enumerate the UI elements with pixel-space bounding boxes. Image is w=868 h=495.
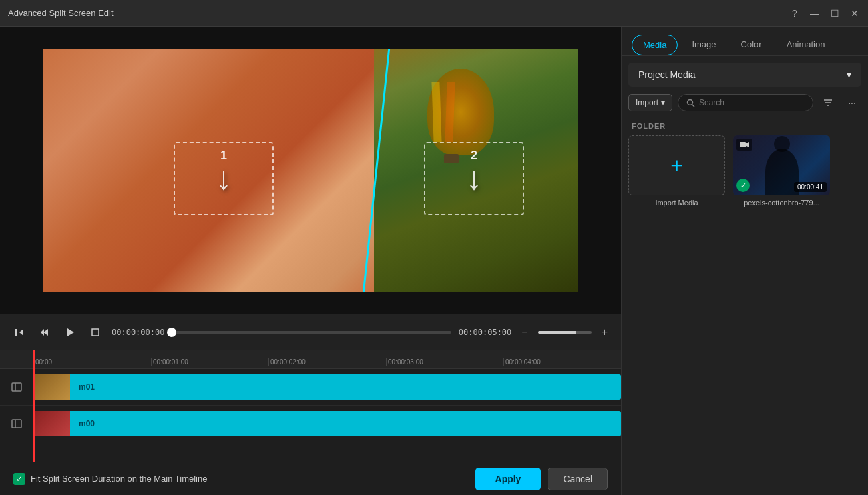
- folder-label: FOLDER: [622, 119, 868, 135]
- svg-rect-1: [15, 329, 17, 336]
- fit-check-area: ✓ Fit Split Screen Duration on the Main …: [13, 473, 207, 485]
- cancel-button[interactable]: Cancel: [548, 468, 608, 490]
- progress-indicator[interactable]: [167, 328, 176, 337]
- drop-arrow-1: ↓: [216, 160, 232, 197]
- time-start: 00:00:00:00: [112, 328, 165, 337]
- timeline-ruler: 00:00 00:00:01:00 00:00:02:00 00:00:03:0…: [0, 350, 621, 369]
- track-label-1: m01: [79, 382, 95, 392]
- search-box: [678, 94, 813, 111]
- import-plus-icon: +: [670, 153, 683, 178]
- tab-media[interactable]: Media: [632, 35, 678, 55]
- track-clip-1[interactable]: m01: [33, 374, 621, 400]
- playback-bar: 00:00:00:00 00:00:05:00 − +: [0, 314, 621, 350]
- drop-zone-2[interactable]: 2 ↓: [424, 142, 524, 215]
- zoom-in-button[interactable]: +: [598, 324, 611, 340]
- svg-rect-5: [92, 329, 99, 336]
- app-title: Advanced Split Screen Edit: [8, 8, 114, 18]
- frame-back-button[interactable]: [35, 323, 54, 342]
- video-media-thumb: 00:00:41 ✓: [733, 135, 830, 195]
- tab-image[interactable]: Image: [681, 35, 726, 55]
- svg-marker-2: [43, 329, 48, 336]
- track-icon-2: [0, 418, 33, 430]
- progress-bar[interactable]: [172, 331, 451, 334]
- tab-color[interactable]: Color: [730, 35, 773, 55]
- track-row-empty: [0, 442, 621, 462]
- window-controls: ? — ☐ ✕: [789, 8, 860, 19]
- track-icon-1: [0, 381, 33, 393]
- drop-zone-1[interactable]: 1 ↓: [174, 142, 274, 215]
- drop-number-1: 1: [220, 149, 227, 163]
- svg-rect-6: [12, 383, 21, 391]
- video-media-item[interactable]: 00:00:41 ✓ pexels-cottonbro-779...: [733, 135, 830, 207]
- import-media-item[interactable]: + Import Media: [628, 135, 725, 207]
- track-thumbnail-1: [33, 374, 70, 400]
- svg-marker-3: [41, 329, 44, 336]
- time-end: 00:00:05:00: [458, 328, 511, 337]
- minimize-button[interactable]: —: [809, 8, 820, 19]
- track-thumbnail-2: [33, 411, 70, 436]
- import-media-thumb: +: [628, 135, 725, 195]
- track-row-2: m00: [0, 406, 621, 442]
- close-button[interactable]: ✕: [849, 8, 860, 19]
- main-layout: 1 ↓ 2 ↓: [0, 27, 868, 495]
- project-media-dropdown[interactable]: Project Media ▾: [628, 63, 861, 87]
- apply-button[interactable]: Apply: [475, 468, 541, 490]
- chevron-down-icon: ▾: [847, 69, 851, 80]
- fit-label: Fit Split Screen Duration on the Main Ti…: [31, 474, 207, 484]
- play-button[interactable]: [61, 323, 79, 342]
- right-panel: Media Image Color Animation Project Medi…: [621, 27, 868, 495]
- drop-number-2: 2: [471, 149, 477, 163]
- drop-arrow-2: ↓: [466, 160, 482, 197]
- maximize-button[interactable]: ☐: [829, 8, 840, 19]
- bottom-actions: Apply Cancel: [475, 468, 608, 490]
- import-button[interactable]: Import ▾: [628, 94, 672, 111]
- fit-checkbox[interactable]: ✓: [13, 473, 25, 485]
- video-duration: 00:00:41: [794, 182, 827, 192]
- fullscreen-button[interactable]: [86, 323, 105, 342]
- bottom-bar: ✓ Fit Split Screen Duration on the Main …: [0, 462, 621, 495]
- step-back-button[interactable]: [10, 323, 29, 342]
- video-check-icon: ✓: [736, 179, 750, 192]
- import-label: Import: [636, 98, 658, 107]
- dropdown-label: Project Media: [638, 69, 696, 80]
- svg-rect-7: [12, 420, 21, 428]
- media-toolbar: Import ▾ ···: [622, 93, 868, 119]
- video-icon: [736, 139, 752, 151]
- help-button[interactable]: ?: [789, 8, 800, 19]
- ruler-tick-3: 00:00:03:00: [386, 358, 503, 366]
- more-options-icon[interactable]: ···: [843, 93, 861, 112]
- media-grid: + Import Media: [622, 135, 868, 207]
- ruler-tick-2: 00:00:02:00: [268, 358, 386, 366]
- track-clip-2[interactable]: m00: [33, 411, 621, 436]
- ruler-tick-4: 00:00:04:00: [503, 358, 621, 366]
- ruler-tick-1: 00:00:01:00: [151, 358, 268, 366]
- tab-animation[interactable]: Animation: [776, 35, 836, 55]
- track-label-2: m00: [79, 419, 95, 428]
- ruler-tick-0: 00:00: [33, 358, 151, 366]
- svg-point-8: [688, 99, 693, 105]
- svg-line-9: [692, 104, 695, 107]
- zoom-out-button[interactable]: −: [518, 324, 531, 340]
- svg-marker-14: [746, 142, 749, 147]
- title-bar: Advanced Split Screen Edit ? — ☐ ✕: [0, 0, 868, 27]
- svg-rect-13: [740, 142, 746, 147]
- preview-area: 1 ↓ 2 ↓: [0, 27, 621, 314]
- timeline-area: 00:00 00:00:01:00 00:00:02:00 00:00:03:0…: [0, 350, 621, 462]
- import-media-label: Import Media: [628, 199, 725, 207]
- svg-marker-0: [19, 329, 23, 336]
- right-tabs: Media Image Color Animation: [622, 27, 868, 56]
- import-chevron-icon: ▾: [661, 98, 665, 107]
- volume-slider[interactable]: [538, 331, 592, 334]
- playhead[interactable]: [33, 350, 35, 462]
- video-media-label: pexels-cottonbro-779...: [733, 199, 830, 207]
- svg-marker-4: [67, 328, 74, 336]
- filter-icon[interactable]: [819, 93, 837, 112]
- search-icon: [686, 99, 695, 107]
- split-preview: 1 ↓ 2 ↓: [43, 49, 578, 292]
- left-panel: 1 ↓ 2 ↓: [0, 27, 621, 495]
- ruler-marks: 00:00 00:00:01:00 00:00:02:00 00:00:03:0…: [33, 358, 621, 366]
- search-input[interactable]: [699, 98, 805, 107]
- track-row-1: m01: [0, 369, 621, 406]
